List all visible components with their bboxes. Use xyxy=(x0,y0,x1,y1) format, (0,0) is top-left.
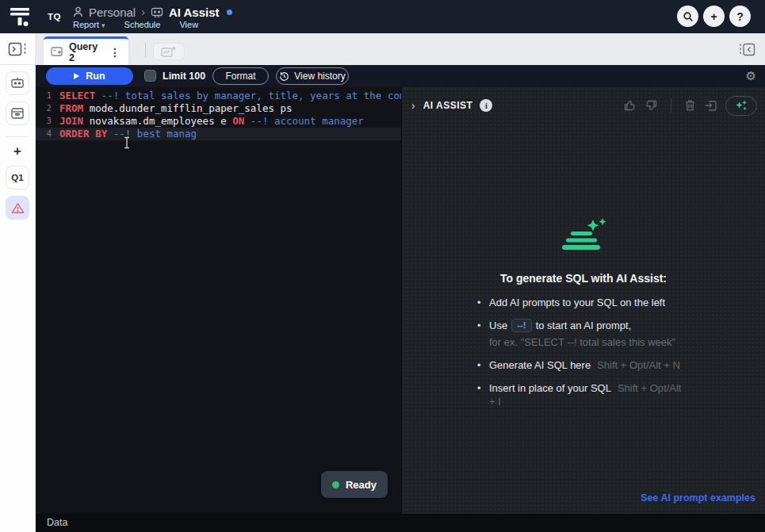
instruction-text: Add AI prompts to your SQL on the left xyxy=(489,296,665,309)
robot-icon xyxy=(10,77,25,90)
actions-divider xyxy=(671,98,671,113)
info-icon[interactable]: i xyxy=(480,99,492,112)
workspace-initials[interactable]: TQ xyxy=(48,0,61,33)
view-history-button[interactable]: View history xyxy=(276,67,349,85)
thumbs-down-icon[interactable] xyxy=(645,99,658,112)
collapse-right-panel-button[interactable] xyxy=(738,43,755,56)
bullet-icon: • xyxy=(477,319,489,349)
tab-label: Query 2 xyxy=(69,41,102,63)
limit-label[interactable]: Limit 100 xyxy=(163,65,205,87)
help-icon: ? xyxy=(736,10,744,23)
left-sidebar: + Q1 xyxy=(0,33,36,532)
thumbs-up-icon[interactable] xyxy=(623,99,637,112)
run-button[interactable]: Run xyxy=(46,67,133,85)
sql-keyword: JOIN xyxy=(59,115,83,128)
unsaved-indicator-dot xyxy=(227,10,232,15)
generate-ai-sql-button[interactable] xyxy=(725,96,757,116)
add-chart-button[interactable] xyxy=(153,43,185,60)
query-tab-icon xyxy=(51,47,63,57)
bullet-icon: • xyxy=(477,296,489,309)
ai-assist-actions xyxy=(623,96,757,116)
insert-sql-icon[interactable] xyxy=(704,99,717,112)
sidebar-query-1-button[interactable]: Q1 xyxy=(6,166,29,189)
ai-assist-title: AI ASSIST xyxy=(423,100,473,111)
limit-checkbox[interactable] xyxy=(144,70,156,82)
code-line-current: 4 ORDER BY --! best manag xyxy=(36,128,401,140)
sql-keyword: ORDER BY xyxy=(59,128,107,140)
bottom-status-bar: Data xyxy=(36,514,765,532)
sql-text xyxy=(95,90,101,102)
sidebar-data-button[interactable] xyxy=(6,101,29,125)
menu-report[interactable]: Report▾ xyxy=(73,20,105,29)
sql-text xyxy=(244,115,251,128)
sql-editor[interactable]: 1 SELECT --! total sales by manager, tit… xyxy=(36,87,401,514)
ai-instructions-list: • Add AI prompts to your SQL on the left… xyxy=(477,296,690,408)
tab-bar: Query 2 ⋮ xyxy=(36,33,765,65)
tab-query-2[interactable]: Query 2 ⋮ xyxy=(44,36,128,65)
ai-prompt-comment: --! total sales by manager, title, years… xyxy=(101,90,401,102)
sidebar-ai-assist-button[interactable] xyxy=(6,71,29,95)
keyboard-shortcut: Shift + Opt/Alt + N xyxy=(597,359,680,371)
tab-bar-divider xyxy=(145,43,146,57)
menu-view[interactable]: View xyxy=(179,20,198,29)
ai-assist-header: › AI ASSIST i xyxy=(411,95,757,116)
gear-icon[interactable]: ⚙ xyxy=(746,65,756,87)
trash-icon[interactable] xyxy=(684,99,696,112)
format-button[interactable]: Format xyxy=(212,67,269,85)
line-number: 2 xyxy=(36,102,59,115)
play-icon xyxy=(74,73,79,79)
history-icon xyxy=(279,71,289,82)
list-item: • Use--!to start an AI prompt, for ex. "… xyxy=(477,319,690,349)
ready-status-dot xyxy=(332,481,339,488)
ready-status-label: Ready xyxy=(346,479,377,491)
ready-status-badge: Ready xyxy=(321,471,388,498)
instruction-text: Insert in place of your SQLShift + Opt/A… xyxy=(489,381,690,408)
app-window: TQ Personal › AI Assist Report▾ Schedu xyxy=(0,0,765,532)
code-area[interactable]: 1 SELECT --! total sales by manager, tit… xyxy=(36,87,401,140)
breadcrumb-separator-icon: › xyxy=(141,6,145,18)
add-chart-icon xyxy=(161,46,177,58)
menu-schedule[interactable]: Schedule xyxy=(124,20,161,29)
ai-sql-illustration-icon xyxy=(558,218,609,253)
breadcrumb-current[interactable]: AI Assist xyxy=(169,6,220,19)
collapse-panel-icon xyxy=(738,43,755,56)
user-icon xyxy=(73,6,83,17)
bullet-icon: • xyxy=(477,381,489,408)
breadcrumb-parent[interactable]: Personal xyxy=(89,6,136,19)
sidebar-warning-button[interactable] xyxy=(6,196,29,220)
query-toolbar: Run Limit 100 Format View history ⚙ xyxy=(36,65,765,87)
robot-icon xyxy=(151,6,163,17)
help-button[interactable]: ? xyxy=(729,6,751,27)
new-item-button[interactable]: + xyxy=(703,6,725,27)
code-line: 1 SELECT --! total sales by manager, tit… xyxy=(36,90,401,102)
list-item: • Add AI prompts to your SQL on the left xyxy=(477,296,690,309)
ai-prompt-comment: --! account manager xyxy=(251,115,364,128)
sql-keyword: ON xyxy=(232,115,244,128)
breadcrumb: Personal › AI Assist xyxy=(73,4,232,20)
sparkles-icon xyxy=(734,99,748,112)
search-button[interactable] xyxy=(677,6,698,27)
search-icon xyxy=(683,11,694,22)
chevron-right-icon[interactable]: › xyxy=(411,99,415,112)
see-ai-prompt-examples-link[interactable]: See AI prompt examples xyxy=(641,492,755,503)
instruction-text: Generate AI SQL hereShift + Opt/Alt + N xyxy=(489,358,680,372)
list-item: • Generate AI SQL hereShift + Opt/Alt + … xyxy=(477,358,690,372)
text-cursor-icon xyxy=(123,136,131,149)
ai-assist-instructions: To generate SQL with AI Assist: • Add AI… xyxy=(477,218,690,418)
header-actions: + ? xyxy=(677,6,751,27)
top-header: TQ Personal › AI Assist Report▾ Schedu xyxy=(0,0,765,33)
caret-down-icon: ▾ xyxy=(101,21,105,29)
sidebar-divider xyxy=(6,136,29,137)
bullet-icon: • xyxy=(477,358,489,372)
sql-keyword: FROM xyxy=(59,102,83,115)
list-item: • Insert in place of your SQLShift + Opt… xyxy=(477,381,690,408)
warning-icon xyxy=(11,202,25,214)
code-line: 2 FROM mode.dunder_mifflin_paper_sales p… xyxy=(36,102,401,115)
sidebar-add-button[interactable]: + xyxy=(6,144,29,159)
tab-menu-kebab-icon[interactable]: ⋮ xyxy=(108,46,122,59)
mode-logo-icon[interactable] xyxy=(8,6,32,28)
header-menu: Report▾ Schedule View xyxy=(73,20,198,29)
toggle-editor-panel-button[interactable] xyxy=(0,33,35,65)
ai-instructions-title: To generate SQL with AI Assist: xyxy=(477,272,690,285)
data-panel-label[interactable]: Data xyxy=(47,514,67,532)
